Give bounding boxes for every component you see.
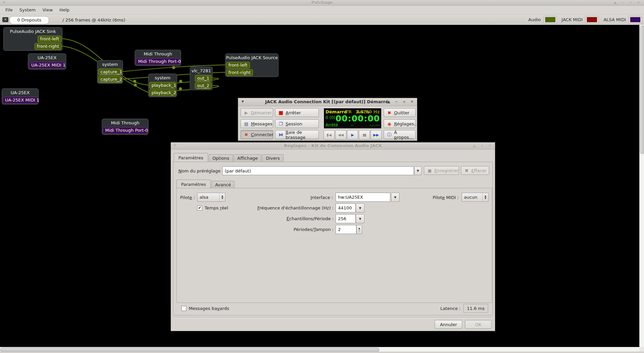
periods-spinbox[interactable]: 2 (336, 225, 356, 234)
port-capture_1[interactable]: capture_1 (98, 69, 122, 75)
periods-spin-buttons[interactable]: ▲▼ (356, 225, 362, 234)
transport-play-button[interactable]: ▶ (347, 130, 358, 140)
about-button[interactable]: ⓘ À propos... (384, 130, 416, 139)
connection-handle[interactable] (179, 87, 182, 90)
tab-paramètres[interactable]: Paramètres (174, 153, 208, 162)
connect-button[interactable]: ✖ Connecter (241, 130, 273, 139)
horizontal-scrollbar[interactable] (0, 347, 639, 352)
port-front-left[interactable]: front-left (226, 62, 250, 69)
graph-node-pa-jack-source[interactable]: PulseAudio JACK Sourcefront-leftfront-ri… (225, 53, 278, 77)
shade-icon[interactable]: ▲ (614, 0, 616, 5)
graph-node-vlc-7281[interactable]: vlc_7281out_1out_2 (190, 67, 213, 90)
spinner-arrows-icon[interactable]: ▲▼ (219, 193, 225, 201)
close-icon[interactable]: ✕ (488, 144, 491, 148)
minimize-icon[interactable]: − (621, 0, 624, 5)
graph-node-system-capture[interactable]: systemcapture_1capture_2 (97, 60, 123, 84)
delete-preset-button[interactable]: ✖ Effacer (461, 166, 489, 175)
port-out_2[interactable]: out_2 (195, 82, 212, 89)
patchbay-button[interactable]: ⋈ Baie de brassage (275, 130, 319, 139)
transport-fast-forward-button[interactable]: ▶▶ (371, 130, 382, 140)
close-icon[interactable]: ✕ (637, 0, 640, 5)
vertical-scrollbar[interactable] (639, 25, 644, 352)
graph-node-ua25ex-out[interactable]: UA-25EXUA-25EX MIDI 1 (28, 53, 66, 70)
graph-node-system-playback[interactable]: systemplayback_1playback_2 (148, 74, 177, 97)
transport-skip-backward-button[interactable]: ▮◀ (324, 130, 335, 140)
graph-node-midi-through-out[interactable]: Midi ThroughMidi Through Port-0 (135, 50, 181, 66)
node-title: Midi Through (103, 120, 147, 126)
port-out_1[interactable]: out_1 (195, 75, 212, 82)
vertical-scrollbar-thumb[interactable] (640, 26, 644, 154)
close-icon[interactable]: ✕ (411, 100, 414, 104)
maximize-icon[interactable]: + (629, 0, 632, 5)
graph-node-pa-jack-sink[interactable]: PulseAudio JACK Sinkfront-leftfront-righ… (3, 27, 62, 51)
menu-view[interactable]: View (39, 7, 56, 13)
dialog-window-controls: ▲ + ✕ (473, 144, 491, 148)
frames-combobox[interactable]: 256 (336, 214, 356, 223)
midi-driver-combobox[interactable]: aucun ▲▼ (462, 193, 488, 202)
ok-button[interactable]: OK (465, 320, 492, 329)
frames-dropdown-button[interactable]: ▼ (356, 214, 364, 223)
tab-divers[interactable]: Divers (262, 154, 283, 162)
preset-dropdown-button[interactable]: ▼ (414, 166, 422, 175)
port-playback_2[interactable]: playback_2 (149, 89, 176, 96)
spinner-arrows-icon[interactable]: ▲▼ (482, 193, 488, 201)
transport-pause-button[interactable]: ▮▮ (359, 130, 370, 140)
port-front-right[interactable]: front-right (226, 69, 253, 76)
spin-down-icon[interactable]: ▼ (358, 230, 360, 232)
tab-options[interactable]: Options (209, 154, 233, 162)
spin-up-icon[interactable]: ▲ (358, 227, 360, 230)
realtime-checkbox[interactable]: ✔ (197, 205, 202, 210)
maximize-icon[interactable]: + (481, 144, 484, 148)
driver-label: Pilote : (180, 195, 195, 200)
graph-node-ua25ex-in[interactable]: UA-25EXUA-25EX MIDI 1 (2, 88, 39, 105)
quit-button[interactable]: ✖ Quitter (384, 108, 416, 117)
sample-rate-combobox[interactable]: 44100 (336, 203, 356, 212)
settings-dialog: ▼ Réglages - Kit de Connexion Audio JACK… (171, 142, 495, 331)
legend-color-swatch[interactable] (629, 16, 642, 24)
connection-handle[interactable] (133, 80, 136, 83)
graph-node-midi-through-in[interactable]: Midi ThroughMidi Through Port-0 (102, 119, 148, 135)
menu-system[interactable]: System (16, 7, 39, 13)
verbose-checkbox[interactable] (181, 306, 186, 311)
save-preset-button[interactable]: ▣ Enregistrer (424, 166, 459, 175)
port-label: capture_2 (100, 77, 122, 82)
shade-icon[interactable]: ▲ (473, 144, 476, 148)
port-UA-25EX MIDI 1[interactable]: UA-25EX MIDI 1 (29, 62, 65, 69)
interface-dropdown-button[interactable]: ▼ (391, 193, 399, 202)
cancel-button[interactable]: Annuler (435, 320, 462, 329)
shade-icon[interactable]: ▲ (387, 100, 390, 104)
connection-handle[interactable] (134, 84, 137, 87)
port-Midi Through Port-0[interactable]: Midi Through Port-0 (103, 127, 147, 134)
port-front-right[interactable]: front-right (35, 43, 61, 50)
tab-affichage[interactable]: Affichage (233, 154, 261, 162)
driver-combobox[interactable]: alsa ▲▼ (197, 193, 225, 202)
connection-handle[interactable] (179, 80, 182, 83)
port-capture_2[interactable]: capture_2 (98, 76, 122, 83)
jack-titlebar: ▼ JACK Audio Connection Kit [(par défaut… (238, 98, 417, 106)
interface-combobox[interactable]: hw:UA25EX (336, 193, 390, 202)
setup-button[interactable]: ◉ Réglages... (384, 119, 416, 128)
tab-paramètres[interactable]: Paramètres (176, 180, 211, 189)
clear-dropouts-icon[interactable]: ✕ (2, 17, 8, 22)
dropouts-button[interactable]: 0 Dropouts (9, 16, 49, 24)
start-button[interactable]: ▶ Démarrer (241, 108, 273, 117)
transport-rewind-button[interactable]: ◀◀ (335, 130, 346, 140)
minimize-icon[interactable]: − (395, 100, 398, 104)
tab-avancé[interactable]: Avancé (211, 181, 234, 188)
port-Midi Through Port-0[interactable]: Midi Through Port-0 (136, 58, 180, 65)
menu-file[interactable]: File (2, 7, 16, 13)
sample-rate-dropdown-button[interactable]: ▼ (356, 203, 364, 212)
maximize-icon[interactable]: + (403, 100, 406, 104)
messages-button[interactable]: ▤ Messages (241, 119, 273, 128)
menu-help[interactable]: Help (56, 7, 73, 13)
port-front-left[interactable]: front-left (38, 36, 61, 42)
session-button[interactable]: ❐ Session (275, 119, 319, 128)
connection-handle[interactable] (172, 66, 175, 69)
stop-button[interactable]: ■ Arrêter (275, 108, 319, 117)
legend-color-swatch[interactable] (544, 16, 557, 24)
preset-name-combobox[interactable]: (par défaut) (222, 166, 414, 175)
window-bottom-edge (0, 352, 644, 353)
port-UA-25EX MIDI 1[interactable]: UA-25EX MIDI 1 (3, 97, 38, 104)
legend-color-swatch[interactable] (585, 16, 599, 24)
port-playback_1[interactable]: playback_1 (149, 82, 176, 89)
